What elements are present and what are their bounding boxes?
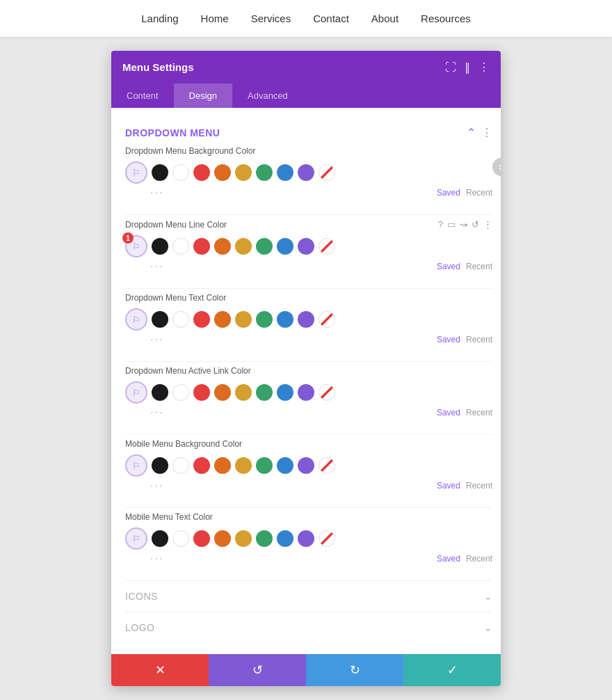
- tab-advanced[interactable]: Advanced: [232, 83, 303, 108]
- tab-design[interactable]: Design: [174, 83, 232, 108]
- tab-content[interactable]: Content: [111, 83, 174, 108]
- text-recent-btn[interactable]: Recent: [466, 335, 492, 344]
- swatch-green-4[interactable]: [256, 384, 273, 401]
- nav-item-contact[interactable]: Contact: [313, 13, 349, 24]
- swatch-purple-6[interactable]: [298, 530, 314, 547]
- swatch-purple-4[interactable]: [298, 384, 314, 401]
- swatch-black-6[interactable]: [152, 530, 168, 547]
- swatch-white[interactable]: [172, 164, 189, 181]
- active-link-eyedropper-btn[interactable]: ⚐: [125, 381, 147, 404]
- swatch-blue-3[interactable]: [277, 311, 293, 328]
- nav-item-home[interactable]: Home: [201, 13, 229, 24]
- swatch-green-3[interactable]: [256, 311, 273, 328]
- swatch-red-3[interactable]: [193, 311, 210, 328]
- swatch-red-6[interactable]: [193, 530, 210, 547]
- columns-icon[interactable]: ‖: [465, 61, 470, 74]
- swatch-red[interactable]: [193, 164, 210, 181]
- swatch-blue-2[interactable]: [277, 238, 293, 255]
- bg-eyedropper-btn[interactable]: ⚐: [125, 161, 147, 184]
- line-recent-btn[interactable]: Recent: [466, 262, 492, 271]
- swatch-green[interactable]: [256, 164, 273, 181]
- swatch-blue-4[interactable]: [277, 384, 293, 401]
- swatch-purple-2[interactable]: [298, 238, 314, 255]
- swatch-black-5[interactable]: [152, 457, 168, 474]
- save-button[interactable]: ✓: [403, 654, 501, 686]
- swatch-black[interactable]: [152, 164, 168, 181]
- swatch-red-2[interactable]: [193, 238, 210, 255]
- mobile-bg-recent-btn[interactable]: Recent: [466, 481, 492, 491]
- swatch-yellow-4[interactable]: [235, 384, 252, 401]
- icons-section[interactable]: Icons ⌄: [125, 580, 492, 612]
- section-header-icons: ⌃ ⋮: [467, 126, 492, 139]
- swatch-red-5[interactable]: [193, 457, 210, 474]
- swatch-none[interactable]: [319, 164, 335, 181]
- nav-item-landing[interactable]: Landing: [141, 13, 178, 24]
- mobile-text-saved-btn[interactable]: Saved: [437, 554, 460, 564]
- swatch-blue-5[interactable]: [277, 457, 293, 474]
- mobile-text-eyedropper-btn[interactable]: ⚐: [125, 527, 147, 550]
- swatch-none-3[interactable]: [319, 311, 335, 328]
- swatch-white-2[interactable]: [172, 238, 189, 255]
- mobile-text-recent-btn[interactable]: Recent: [466, 554, 492, 564]
- line-saved-btn[interactable]: Saved: [437, 262, 460, 271]
- swatch-white-5[interactable]: [172, 457, 189, 474]
- swatch-none-2[interactable]: [319, 238, 335, 255]
- swatch-white-6[interactable]: [172, 530, 189, 547]
- swatch-orange[interactable]: [214, 164, 231, 181]
- mobile-bg-eyedropper-btn[interactable]: ⚐: [125, 454, 147, 477]
- section-more-icon[interactable]: ⋮: [481, 126, 492, 139]
- swatch-yellow-2[interactable]: [235, 238, 252, 255]
- tablet-icon[interactable]: ▭: [447, 219, 456, 230]
- active-link-recent-btn[interactable]: Recent: [466, 408, 492, 417]
- nav-item-resources[interactable]: Resources: [421, 13, 471, 24]
- swatch-black-2[interactable]: [152, 238, 168, 255]
- swatch-none-6[interactable]: [319, 530, 335, 547]
- swatch-purple[interactable]: [298, 164, 314, 181]
- swatch-orange-2[interactable]: [214, 238, 231, 255]
- swatch-yellow[interactable]: [235, 164, 252, 181]
- redo-button[interactable]: ↻: [306, 654, 403, 686]
- swatch-orange-5[interactable]: [214, 457, 231, 474]
- swatch-yellow-3[interactable]: [235, 311, 252, 328]
- swatch-purple-3[interactable]: [298, 311, 314, 328]
- reset-icon[interactable]: ↺: [472, 219, 479, 230]
- collapse-icon[interactable]: ⌃: [467, 126, 476, 139]
- swatch-green-5[interactable]: [256, 457, 273, 474]
- text-eyedropper-btn[interactable]: ⚐: [125, 308, 147, 331]
- more-icon[interactable]: ⋮: [478, 61, 490, 74]
- help-icon[interactable]: ?: [438, 219, 443, 230]
- swatch-black-4[interactable]: [152, 384, 168, 401]
- swatch-white-3[interactable]: [172, 311, 189, 328]
- cursor-icon[interactable]: ↝: [460, 219, 467, 230]
- swatch-orange-4[interactable]: [214, 384, 231, 401]
- swatch-yellow-5[interactable]: [235, 457, 252, 474]
- swatch-green-6[interactable]: [256, 530, 273, 547]
- mobile-bg-saved-btn[interactable]: Saved: [437, 481, 460, 491]
- swatch-white-4[interactable]: [172, 384, 189, 401]
- swatch-none-5[interactable]: [319, 457, 335, 474]
- bg-recent-btn[interactable]: Recent: [466, 188, 492, 198]
- bg-saved-btn[interactable]: Saved: [437, 188, 460, 198]
- redo-icon: ↻: [350, 662, 360, 678]
- swatch-none-4[interactable]: [319, 384, 335, 401]
- swatch-blue[interactable]: [277, 164, 293, 181]
- active-link-saved-btn[interactable]: Saved: [437, 408, 460, 417]
- swatch-green-2[interactable]: [256, 238, 273, 255]
- text-saved-btn[interactable]: Saved: [437, 335, 460, 344]
- expand-icon[interactable]: ⛶: [445, 61, 456, 74]
- panel-tabs: Content Design Advanced: [111, 83, 501, 108]
- swatch-orange-3[interactable]: [214, 311, 231, 328]
- swatch-blue-6[interactable]: [277, 530, 293, 547]
- cancel-button[interactable]: ✕: [111, 654, 209, 686]
- swatch-red-4[interactable]: [193, 384, 210, 401]
- logo-section[interactable]: Logo ⌄: [125, 612, 492, 643]
- swatch-yellow-6[interactable]: [235, 530, 252, 547]
- swatch-black-3[interactable]: [152, 311, 168, 328]
- nav-item-about[interactable]: About: [371, 13, 398, 24]
- swatch-purple-5[interactable]: [298, 457, 314, 474]
- line-eyedropper-btn[interactable]: 1 ⚐: [125, 235, 147, 257]
- more-dots-icon[interactable]: ⋮: [483, 219, 492, 230]
- swatch-orange-6[interactable]: [214, 530, 231, 547]
- nav-item-services[interactable]: Services: [251, 13, 291, 24]
- undo-button[interactable]: ↺: [209, 654, 306, 686]
